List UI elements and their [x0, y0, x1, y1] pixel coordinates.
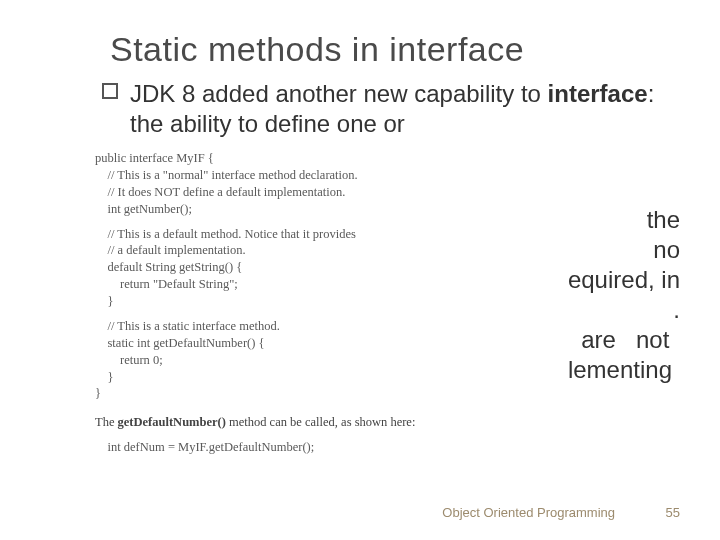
caption-bold: getDefaultNumber() [118, 415, 226, 429]
footer-label: Object Oriented Programming [442, 505, 615, 520]
code-line: int getNumber(); [95, 201, 470, 218]
caption-suffix: method can be called, as shown here: [226, 415, 416, 429]
fragment-line: are not [568, 325, 680, 355]
bullet-keyword: interface [548, 80, 648, 107]
fragment-line: no [568, 235, 680, 265]
bullet-text-prefix: JDK 8 added another new capability to [130, 80, 548, 107]
slide-title: Static methods in interface [110, 30, 680, 69]
code-snippet-overlay: public interface MyIF { // This is a "no… [95, 150, 470, 456]
code-line: } [95, 369, 470, 386]
code-line: // This is a "normal" interface method d… [95, 167, 470, 184]
code-caption: The getDefaultNumber() method can be cal… [95, 414, 470, 431]
caption-prefix: The [95, 415, 118, 429]
code-line: // a default implementation. [95, 242, 470, 259]
bullet-paragraph: JDK 8 added another new capability to in… [130, 79, 680, 139]
code-line: // It does NOT define a default implemen… [95, 184, 470, 201]
code-line: // This is a static interface method. [95, 318, 470, 335]
occluded-text-fragments: the no equired, in . are not lementing [568, 205, 680, 385]
code-line: return "Default String"; [95, 276, 470, 293]
square-bullet-icon [102, 83, 118, 99]
fragment-line: the [568, 205, 680, 235]
code-line: public interface MyIF { [95, 150, 470, 167]
code-line: } [95, 385, 470, 402]
fragment-line: equired, in [568, 265, 680, 295]
code-line: default String getString() { [95, 259, 470, 276]
code-line: // This is a default method. Notice that… [95, 226, 470, 243]
code-line: static int getDefaultNumber() { [95, 335, 470, 352]
slide: Static methods in interface JDK 8 added … [0, 0, 720, 540]
code-line: } [95, 293, 470, 310]
fragment-line: lementing [568, 355, 680, 385]
slide-number: 55 [666, 505, 680, 520]
code-line: int defNum = MyIF.getDefaultNumber(); [95, 439, 470, 456]
code-line: return 0; [95, 352, 470, 369]
fragment-line: . [568, 295, 680, 325]
